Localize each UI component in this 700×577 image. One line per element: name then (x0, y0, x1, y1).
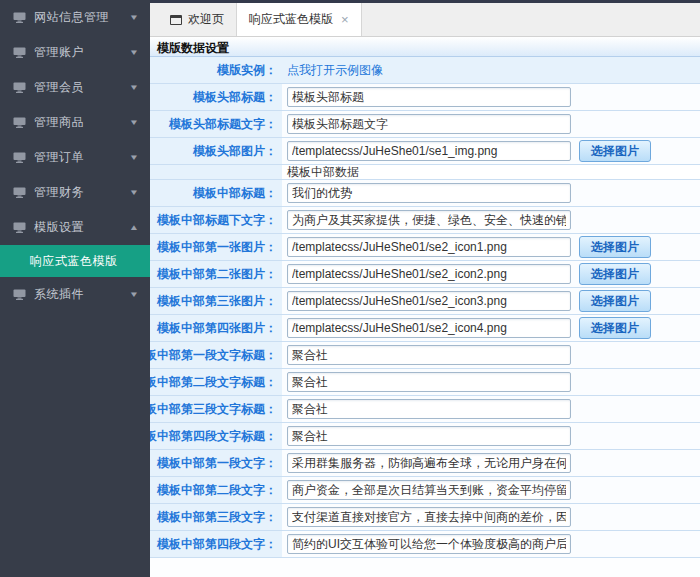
field-value: 选择图片 (282, 315, 700, 341)
sidebar-item[interactable]: 管理订单▼ (0, 140, 150, 175)
sidebar-item[interactable]: 管理商品▼ (0, 105, 150, 140)
field-label: 模板中部第四段文字标题： (150, 423, 282, 449)
sidebar-item[interactable]: 模版设置▲ (0, 210, 150, 245)
chevron-up-icon: ▲ (129, 223, 139, 232)
text-input[interactable] (287, 291, 571, 311)
form-row: 模板中部第三段文字标题： (150, 396, 700, 423)
text-input[interactable] (287, 453, 571, 473)
field-value: 选择图片 (282, 234, 700, 260)
form-row: 模板中部第四张图片：选择图片 (150, 315, 700, 342)
text-input[interactable] (287, 399, 571, 419)
text-input[interactable] (287, 264, 571, 284)
sidebar-item-label: 管理账户 (34, 44, 130, 61)
field-value (282, 342, 700, 368)
form-row: 模板中部第一段文字标题： (150, 342, 700, 369)
sidebar-item[interactable]: 网站信息管理▼ (0, 0, 150, 35)
field-value (282, 180, 700, 206)
field-value (282, 450, 700, 476)
monitor-icon (13, 222, 26, 233)
field-label: 模板中部第三段文字标题： (150, 396, 282, 422)
text-input[interactable] (287, 480, 571, 500)
text-input[interactable] (287, 345, 571, 365)
monitor-icon (13, 117, 26, 128)
window-icon (170, 15, 182, 25)
text-input[interactable] (287, 534, 571, 554)
field-value (282, 531, 700, 557)
form-row: 模板中部第三张图片：选择图片 (150, 288, 700, 315)
sidebar: 网站信息管理▼管理账户▼管理会员▼管理商品▼管理订单▼管理财务▼模版设置▲响应式… (0, 0, 150, 577)
text-input[interactable] (287, 210, 571, 230)
choose-image-button[interactable]: 选择图片 (579, 236, 651, 258)
field-value (282, 396, 700, 422)
chevron-down-icon: ▼ (129, 83, 139, 92)
form-row: 模板中部第一张图片：选择图片 (150, 234, 700, 261)
field-label: 模板头部图片： (150, 138, 282, 164)
text-input[interactable] (287, 237, 571, 257)
field-value: 点我打开示例图像 (282, 57, 700, 83)
form-row: 模版实例：点我打开示例图像 (150, 57, 700, 84)
tab-label: 欢迎页 (188, 11, 224, 28)
monitor-icon (13, 12, 26, 23)
field-label (150, 165, 282, 179)
chevron-down-icon: ▼ (129, 13, 139, 22)
field-value: 选择图片 (282, 261, 700, 287)
form-row: 模板中部标题下文字： (150, 207, 700, 234)
monitor-icon (13, 47, 26, 58)
sidebar-item-label: 网站信息管理 (34, 9, 130, 26)
form-row: 模板中部第一段文字： (150, 450, 700, 477)
tab-bar: 欢迎页响应式蓝色模版× (150, 3, 700, 37)
field-label: 模板中部第三段文字： (150, 504, 282, 530)
text-input[interactable] (287, 114, 571, 134)
sidebar-item-label: 管理会员 (34, 79, 130, 96)
field-value (282, 477, 700, 503)
text-input[interactable] (287, 372, 571, 392)
sidebar-item[interactable]: 管理账户▼ (0, 35, 150, 70)
choose-image-button[interactable]: 选择图片 (579, 290, 651, 312)
sidebar-item-label: 管理订单 (34, 149, 130, 166)
chevron-down-icon: ▼ (129, 48, 139, 57)
monitor-icon (13, 82, 26, 93)
tab[interactable]: 欢迎页 (158, 3, 236, 36)
sidebar-item[interactable]: 系统插件▼ (0, 277, 150, 312)
form-row: 模板中部第二张图片：选择图片 (150, 261, 700, 288)
text-input[interactable] (287, 141, 571, 161)
section-title: 模板中部数据 (287, 164, 359, 181)
tab-active[interactable]: 响应式蓝色模版× (236, 3, 362, 36)
field-label: 模板中部第三张图片： (150, 288, 282, 314)
chevron-down-icon: ▼ (129, 153, 139, 162)
field-value (282, 111, 700, 137)
field-value (282, 423, 700, 449)
text-input[interactable] (287, 183, 571, 203)
form-row: 模板中部第二段文字标题： (150, 369, 700, 396)
field-label: 模板头部标题文字： (150, 111, 282, 137)
choose-image-button[interactable]: 选择图片 (579, 140, 651, 162)
example-image-link[interactable]: 点我打开示例图像 (287, 62, 383, 79)
field-value (282, 84, 700, 110)
chevron-down-icon: ▼ (129, 290, 139, 299)
field-label: 模板中部第二段文字标题： (150, 369, 282, 395)
field-label: 模板头部标题： (150, 84, 282, 110)
field-label: 模板中部第四张图片： (150, 315, 282, 341)
field-value (282, 207, 700, 233)
tab-label: 响应式蓝色模版 (249, 11, 333, 28)
choose-image-button[interactable]: 选择图片 (579, 317, 651, 339)
chevron-down-icon: ▼ (129, 118, 139, 127)
sidebar-item-label: 系统插件 (34, 286, 130, 303)
choose-image-button[interactable]: 选择图片 (579, 263, 651, 285)
field-label: 模板中部第四段文字： (150, 531, 282, 557)
sidebar-item[interactable]: 管理财务▼ (0, 175, 150, 210)
text-input[interactable] (287, 507, 571, 527)
sidebar-item[interactable]: 管理会员▼ (0, 70, 150, 105)
field-label: 模板中部第二段文字： (150, 477, 282, 503)
field-label: 模板中部第一张图片： (150, 234, 282, 260)
text-input[interactable] (287, 426, 571, 446)
section-row: 模板中部数据 (150, 165, 700, 180)
form-row: 模板中部第二段文字： (150, 477, 700, 504)
text-input[interactable] (287, 318, 571, 338)
template-settings-form: 模版实例：点我打开示例图像模板头部标题：模板头部标题文字：模板头部图片：选择图片… (150, 57, 700, 577)
text-input[interactable] (287, 87, 571, 107)
sidebar-subitem-active[interactable]: 响应式蓝色模版 (0, 245, 150, 277)
close-icon[interactable]: × (341, 12, 349, 27)
field-label: 模板中部第一段文字： (150, 450, 282, 476)
field-label: 模板中部标题： (150, 180, 282, 206)
